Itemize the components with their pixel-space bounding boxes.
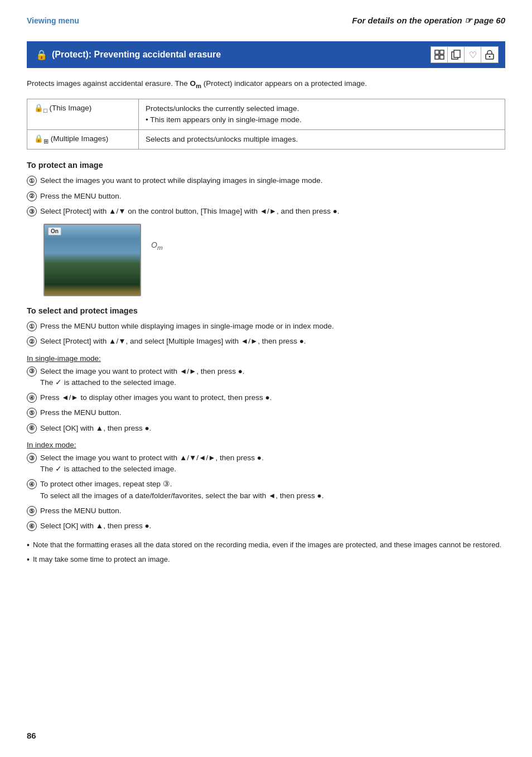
protect-indicator: Om [151,240,163,251]
table-cell-icon2: 🔒⊞ (Multiple Images) [27,130,139,150]
step-item: ① Select the images you want to protect … [27,175,505,186]
copy-icon [448,47,465,62]
note-item: • Note that the formatting erases all th… [27,539,505,551]
step-item: ⑤ Press the MENU button. [27,407,505,418]
svg-rect-0 [435,50,439,54]
section-protect-heading: To protect an image [27,161,505,170]
protect-symbol: 🔒 [36,49,47,61]
table-cell-icon1: 🔒□ (This Image) [27,99,139,130]
camera-illustration: On Om [43,224,505,296]
screen-indicator: On [48,227,61,235]
svg-rect-2 [435,55,439,59]
step-item: ③ Select the image you want to protect w… [27,366,505,389]
svg-rect-1 [440,50,444,54]
note-item: • It may take some time to protect an im… [27,554,505,566]
step-item: ③ Select the image you want to protect w… [27,452,505,475]
notes-section: • Note that the formatting erases all th… [27,539,505,566]
single-mode-label: In single-image mode: [27,354,505,363]
table-cell-desc2: Selects and protects/unlocks multiple im… [139,130,505,150]
table-cell-desc1: Protects/unlocks the currently selected … [139,99,505,130]
step-item: ① Press the MENU button while displaying… [27,321,505,332]
title-bar: 🔒 (Protect): Preventing accidental erasu… [27,41,505,68]
title-bar-icon-group: ♡ [431,46,499,63]
intro-text: Protects images against accidental erasu… [27,78,505,91]
protect-steps-list: ① Select the images you want to protect … [27,175,505,217]
step-item: ⑤ Press the MENU button. [27,505,505,517]
select-steps-intro: ① Press the MENU button while displaying… [27,321,505,348]
step-item: ④ To protect other images, repeat step ③… [27,479,505,502]
index-mode-steps: ③ Select the image you want to protect w… [27,452,505,532]
section-label: Viewing menu [27,16,79,25]
page-number: 86 [27,731,36,740]
slideshow-icon [431,47,448,62]
svg-rect-3 [440,55,444,59]
step-item: ② Select [Protect] with ▲/▼, and select … [27,336,505,347]
title-bar-text: (Protect): Preventing accidental erasure [52,50,221,60]
step-item: ⑥ Select [OK] with ▲, then press ●. [27,520,505,532]
section-select-heading: To select and protect images [27,306,505,315]
step-item: ② Press the MENU button. [27,191,505,202]
svg-rect-5 [454,50,460,57]
step-item: ⑥ Select [OK] with ▲, then press ●. [27,423,505,434]
step-item: ③ Select [Protect] with ▲/▼ on the contr… [27,206,505,217]
page-header: Viewing menu For details on the operatio… [27,16,505,26]
protect-table: 🔒□ (This Image) Protects/unlocks the cur… [27,99,505,150]
title-bar-left: 🔒 (Protect): Preventing accidental erasu… [36,49,221,61]
svg-point-7 [489,56,491,57]
index-mode-label: In index mode: [27,441,505,449]
step-item: ④ Press ◄/► to display other images you … [27,392,505,403]
page-reference: For details on the operation ☞ page 60 [352,16,505,26]
camera-screen: On [43,224,141,296]
delete-protect-icon [481,47,498,62]
heart-icon: ♡ [465,47,481,62]
table-row: 🔒□ (This Image) Protects/unlocks the cur… [27,99,505,130]
table-row: 🔒⊞ (Multiple Images) Selects and protect… [27,130,505,150]
single-mode-steps: ③ Select the image you want to protect w… [27,366,505,434]
